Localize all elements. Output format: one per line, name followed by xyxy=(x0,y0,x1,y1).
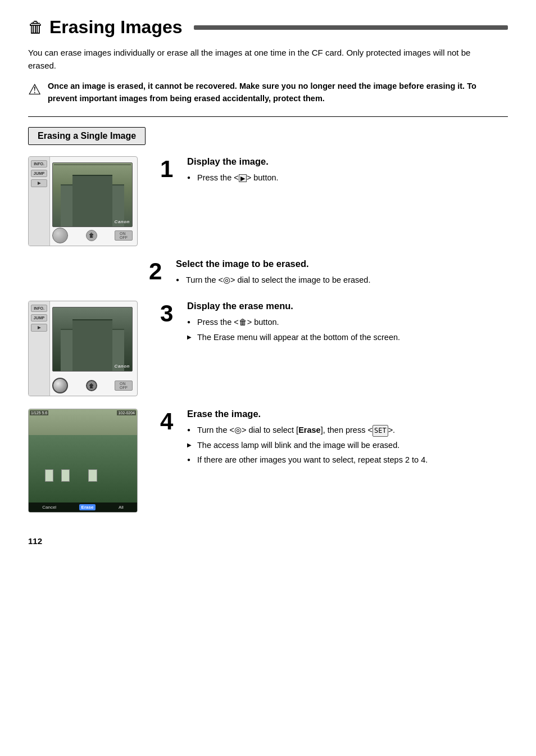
camera-mockup-1: INFO. JUMP ▶ Canon 🗑 ONOFF xyxy=(28,156,138,246)
warning-text: Once an image is erased, it cannot be re… xyxy=(48,80,489,105)
trash-icon: 🗑 xyxy=(28,18,44,37)
jump-button: JUMP xyxy=(31,170,47,177)
jump-button-3: JUMP xyxy=(31,314,47,322)
page-title-container: 🗑 Erasing Images xyxy=(28,17,508,38)
trash-button-3: 🗑 xyxy=(86,380,97,391)
power-switch-1: ONOFF xyxy=(115,230,133,241)
step-2-content: Select the image to be erased. Turn the … xyxy=(176,259,508,288)
step-2-title: Select the image to be erased. xyxy=(176,259,508,269)
step-2-bullet-1: Turn the <◎> dial to select the image to… xyxy=(176,274,508,286)
building-image-3 xyxy=(53,307,132,371)
erase-menu: Cancel Erase All xyxy=(29,503,137,512)
step-4-number: 4 xyxy=(160,410,187,433)
step-1-title: Display the image. xyxy=(187,156,508,167)
steps-container: INFO. JUMP ▶ Canon 🗑 ONOFF xyxy=(28,156,508,525)
play-button-3: ▶ xyxy=(31,324,47,332)
camera-bottom-1: 🗑 ONOFF xyxy=(52,228,133,243)
step-1-bullet-1: Press the <▶> button. xyxy=(187,171,508,184)
step-1-bullets: Press the <▶> button. xyxy=(187,171,508,184)
warning-icon: ⚠ xyxy=(28,81,41,98)
exposure-info: 1/125 5.6 xyxy=(30,410,48,415)
step-4-content: Erase the image. Turn the <◎> dial to se… xyxy=(187,409,508,469)
step-4-bullet-2: The access lamp will blink and the image… xyxy=(187,439,508,451)
main-dial-3 xyxy=(52,378,68,393)
info-button: INFO. xyxy=(31,160,47,168)
step-3-title: Display the erase menu. xyxy=(187,301,508,311)
image-counter: 102-0204 xyxy=(117,410,136,415)
intro-text: You can erase images individually or era… xyxy=(28,47,489,72)
step-2-row: 2 Select the image to be erased. Turn th… xyxy=(149,259,508,288)
info-button-3: INFO. xyxy=(31,305,47,312)
camera-mockup-4: 102-0204 1/125 5.6 Cancel Erase All xyxy=(28,409,138,513)
play-button: ▶ xyxy=(31,179,47,187)
divider xyxy=(28,116,508,117)
warning-box: ⚠ Once an image is erased, it cannot be … xyxy=(28,80,489,105)
trash-button-1: 🗑 xyxy=(86,230,97,241)
step-3-image: INFO. JUMP ▶ Canon 🗑 ONOFF xyxy=(28,301,149,396)
screen-info-1 xyxy=(54,164,131,165)
canon-logo-1: Canon xyxy=(115,219,130,224)
cancel-option: Cancel xyxy=(40,504,58,510)
step-2-content-wrapper: 2 Select the image to be erased. Turn th… xyxy=(149,259,508,288)
step-1-row: INFO. JUMP ▶ Canon 🗑 ONOFF xyxy=(28,156,508,246)
camera-mockup-3: INFO. JUMP ▶ Canon 🗑 ONOFF xyxy=(28,301,138,396)
title-bar xyxy=(194,25,508,30)
step-4-bullet-3: If there are other images you want to se… xyxy=(187,454,508,466)
power-switch-3: ONOFF xyxy=(115,381,133,391)
camera-screen-1: Canon xyxy=(52,162,133,227)
section-header: Erasing a Single Image xyxy=(28,127,146,145)
step-1-image: INFO. JUMP ▶ Canon 🗑 ONOFF xyxy=(28,156,149,246)
canon-logo-3: Canon xyxy=(115,364,130,369)
page-title: Erasing Images xyxy=(49,17,183,38)
step-3-content: Display the erase menu. Press the <🗑> bu… xyxy=(187,301,508,346)
erase-option: Erase xyxy=(79,504,96,510)
step-4-content-wrapper: 4 Erase the image. Turn the <◎> dial to … xyxy=(160,409,508,469)
full-building-img: 102-0204 1/125 5.6 Cancel Erase All xyxy=(29,409,137,512)
step-4-row: 102-0204 1/125 5.6 Cancel Erase All 4 xyxy=(28,409,508,513)
step-4-image: 102-0204 1/125 5.6 Cancel Erase All xyxy=(28,409,149,513)
step-2-number: 2 xyxy=(149,260,176,283)
step-3-bullet-2: The Erase menu will appear at the bottom… xyxy=(187,331,508,343)
building-image-1 xyxy=(53,163,132,227)
step-3-bullets: Press the <🗑> button. The Erase menu wil… xyxy=(187,316,508,343)
step-3-number: 3 xyxy=(160,302,187,325)
step-1-number: 1 xyxy=(160,157,187,181)
main-dial-1 xyxy=(52,228,68,243)
camera-bottom-3: 🗑 ONOFF xyxy=(52,378,133,393)
page-number: 112 xyxy=(28,536,508,546)
step-4-bullet-1: Turn the <◎> dial to select [Erase], the… xyxy=(187,424,508,437)
step-1-content-wrapper: 1 Display the image. Press the <▶> butto… xyxy=(160,156,508,186)
step-2-bullets: Turn the <◎> dial to select the image to… xyxy=(176,274,508,286)
step-1-content: Display the image. Press the <▶> button. xyxy=(187,156,508,186)
camera-left-buttons: INFO. JUMP ▶ xyxy=(29,157,50,246)
step-3-row: INFO. JUMP ▶ Canon 🗑 ONOFF 3 xyxy=(28,301,508,396)
full-image-view: 102-0204 1/125 5.6 Cancel Erase All xyxy=(29,409,137,512)
camera-screen-3: Canon xyxy=(52,307,133,372)
step-4-bullets: Turn the <◎> dial to select [Erase], the… xyxy=(187,424,508,467)
step-3-content-wrapper: 3 Display the erase menu. Press the <🗑> … xyxy=(160,301,508,346)
step-3-bullet-1: Press the <🗑> button. xyxy=(187,316,508,328)
camera-left-buttons-3: INFO. JUMP ▶ xyxy=(29,301,50,396)
step-4-title: Erase the image. xyxy=(187,409,508,419)
all-option: All xyxy=(116,504,126,510)
